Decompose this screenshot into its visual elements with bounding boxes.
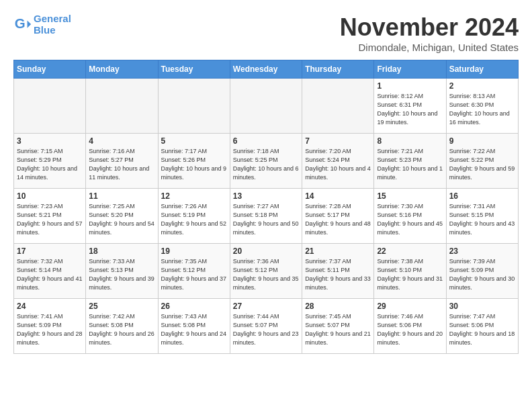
calendar-cell: 30Sunrise: 7:47 AMSunset: 5:06 PMDayligh… — [446, 299, 518, 354]
calendar-cell: 15Sunrise: 7:30 AMSunset: 5:16 PMDayligh… — [374, 189, 446, 244]
day-number: 12 — [161, 191, 227, 201]
calendar-cell: 24Sunrise: 7:41 AMSunset: 5:09 PMDayligh… — [14, 299, 86, 354]
calendar-cell: 22Sunrise: 7:38 AMSunset: 5:10 PMDayligh… — [374, 244, 446, 299]
day-info: Sunrise: 7:20 AMSunset: 5:24 PMDaylight:… — [305, 147, 371, 182]
day-info: Sunrise: 7:43 AMSunset: 5:08 PMDaylight:… — [161, 312, 227, 347]
day-info: Sunrise: 7:38 AMSunset: 5:10 PMDaylight:… — [377, 257, 443, 292]
calendar-cell: 5Sunrise: 7:17 AMSunset: 5:26 PMDaylight… — [158, 134, 230, 189]
weekday-header-monday: Monday — [86, 60, 158, 79]
day-number: 21 — [305, 246, 371, 256]
weekday-header-row: SundayMondayTuesdayWednesdayThursdayFrid… — [14, 60, 519, 79]
day-info: Sunrise: 8:12 AMSunset: 6:31 PMDaylight:… — [377, 92, 443, 127]
day-info: Sunrise: 7:35 AMSunset: 5:12 PMDaylight:… — [161, 257, 227, 292]
day-number: 26 — [161, 302, 227, 311]
calendar-cell: 6Sunrise: 7:18 AMSunset: 5:25 PMDaylight… — [230, 134, 302, 189]
day-info: Sunrise: 7:30 AMSunset: 5:16 PMDaylight:… — [377, 202, 443, 237]
title-block: November 2024 Dimondale, Michigan, Unite… — [340, 13, 519, 53]
weekday-header-saturday: Saturday — [446, 60, 518, 79]
week-row-5: 24Sunrise: 7:41 AMSunset: 5:09 PMDayligh… — [14, 299, 519, 354]
day-info: Sunrise: 7:42 AMSunset: 5:08 PMDaylight:… — [89, 312, 154, 347]
svg-text:G: G — [15, 15, 26, 31]
calendar-cell: 13Sunrise: 7:27 AMSunset: 5:18 PMDayligh… — [230, 189, 302, 244]
logo-line2: Blue — [34, 25, 71, 36]
logo-text: General Blue — [34, 13, 71, 36]
calendar-cell: 27Sunrise: 7:44 AMSunset: 5:07 PMDayligh… — [230, 299, 302, 354]
calendar-cell: 12Sunrise: 7:26 AMSunset: 5:19 PMDayligh… — [158, 189, 230, 244]
logo: G General Blue — [13, 13, 71, 36]
day-info: Sunrise: 7:27 AMSunset: 5:18 PMDaylight:… — [233, 202, 299, 237]
day-info: Sunrise: 7:37 AMSunset: 5:11 PMDaylight:… — [305, 257, 371, 292]
day-info: Sunrise: 7:23 AMSunset: 5:21 PMDaylight:… — [17, 202, 83, 237]
weekday-header-thursday: Thursday — [302, 60, 374, 79]
calendar-cell: 14Sunrise: 7:28 AMSunset: 5:17 PMDayligh… — [302, 189, 374, 244]
day-number: 28 — [305, 302, 371, 311]
day-info: Sunrise: 7:46 AMSunset: 5:06 PMDaylight:… — [377, 312, 443, 347]
day-number: 14 — [305, 191, 371, 201]
calendar-cell: 16Sunrise: 7:31 AMSunset: 5:15 PMDayligh… — [446, 189, 518, 244]
day-info: Sunrise: 7:16 AMSunset: 5:27 PMDaylight:… — [89, 147, 154, 182]
day-info: Sunrise: 7:36 AMSunset: 5:12 PMDaylight:… — [233, 257, 299, 292]
day-number: 29 — [377, 302, 443, 311]
day-number: 23 — [449, 246, 515, 256]
calendar-cell: 1Sunrise: 8:12 AMSunset: 6:31 PMDaylight… — [374, 79, 446, 134]
day-number: 8 — [377, 136, 443, 146]
day-number: 6 — [233, 136, 299, 146]
day-info: Sunrise: 7:44 AMSunset: 5:07 PMDaylight:… — [233, 312, 299, 347]
weekday-header-friday: Friday — [374, 60, 446, 79]
day-number: 11 — [89, 191, 154, 201]
day-info: Sunrise: 7:33 AMSunset: 5:13 PMDaylight:… — [89, 257, 154, 292]
weekday-header-wednesday: Wednesday — [230, 60, 302, 79]
day-number: 30 — [449, 302, 515, 311]
day-info: Sunrise: 7:26 AMSunset: 5:19 PMDaylight:… — [161, 202, 227, 237]
header: G General Blue November 2024 Dimondale, … — [13, 13, 519, 53]
day-info: Sunrise: 7:25 AMSunset: 5:20 PMDaylight:… — [89, 202, 154, 237]
calendar-cell: 9Sunrise: 7:22 AMSunset: 5:22 PMDaylight… — [446, 134, 518, 189]
calendar-cell: 23Sunrise: 7:39 AMSunset: 5:09 PMDayligh… — [446, 244, 518, 299]
calendar-cell: 29Sunrise: 7:46 AMSunset: 5:06 PMDayligh… — [374, 299, 446, 354]
calendar-cell — [14, 79, 86, 134]
day-info: Sunrise: 7:15 AMSunset: 5:29 PMDaylight:… — [17, 147, 83, 182]
day-number: 24 — [17, 302, 83, 311]
day-number: 17 — [17, 246, 83, 256]
day-info: Sunrise: 7:18 AMSunset: 5:25 PMDaylight:… — [233, 147, 299, 182]
calendar-cell: 26Sunrise: 7:43 AMSunset: 5:08 PMDayligh… — [158, 299, 230, 354]
day-number: 20 — [233, 246, 299, 256]
calendar-cell: 3Sunrise: 7:15 AMSunset: 5:29 PMDaylight… — [14, 134, 86, 189]
day-number: 4 — [89, 136, 154, 146]
calendar-cell — [230, 79, 302, 134]
day-number: 3 — [17, 136, 83, 146]
day-number: 19 — [161, 246, 227, 256]
weekday-header-tuesday: Tuesday — [158, 60, 230, 79]
day-info: Sunrise: 7:45 AMSunset: 5:07 PMDaylight:… — [305, 312, 371, 347]
day-info: Sunrise: 7:39 AMSunset: 5:09 PMDaylight:… — [449, 257, 515, 292]
calendar-cell: 2Sunrise: 8:13 AMSunset: 6:30 PMDaylight… — [446, 79, 518, 134]
month-title: November 2024 — [340, 13, 519, 42]
day-info: Sunrise: 7:28 AMSunset: 5:17 PMDaylight:… — [305, 202, 371, 237]
svg-marker-1 — [28, 20, 32, 28]
day-number: 18 — [89, 246, 154, 256]
logo-icon: G — [13, 15, 32, 34]
calendar-cell: 11Sunrise: 7:25 AMSunset: 5:20 PMDayligh… — [86, 189, 158, 244]
day-number: 25 — [89, 302, 154, 311]
day-number: 9 — [449, 136, 515, 146]
calendar-cell — [302, 79, 374, 134]
week-row-2: 3Sunrise: 7:15 AMSunset: 5:29 PMDaylight… — [14, 134, 519, 189]
day-number: 27 — [233, 302, 299, 311]
day-number: 5 — [161, 136, 227, 146]
calendar-cell: 19Sunrise: 7:35 AMSunset: 5:12 PMDayligh… — [158, 244, 230, 299]
day-number: 16 — [449, 191, 515, 201]
calendar-cell: 8Sunrise: 7:21 AMSunset: 5:23 PMDaylight… — [374, 134, 446, 189]
day-info: Sunrise: 7:41 AMSunset: 5:09 PMDaylight:… — [17, 312, 83, 347]
day-number: 7 — [305, 136, 371, 146]
calendar-page: G General Blue November 2024 Dimondale, … — [0, 0, 532, 361]
calendar-cell: 17Sunrise: 7:32 AMSunset: 5:14 PMDayligh… — [14, 244, 86, 299]
logo-line1: General — [34, 13, 71, 24]
day-info: Sunrise: 7:21 AMSunset: 5:23 PMDaylight:… — [377, 147, 443, 182]
day-number: 13 — [233, 191, 299, 201]
day-number: 1 — [377, 81, 443, 91]
day-number: 10 — [17, 191, 83, 201]
location: Dimondale, Michigan, United States — [340, 42, 519, 53]
day-info: Sunrise: 7:22 AMSunset: 5:22 PMDaylight:… — [449, 147, 515, 182]
day-number: 15 — [377, 191, 443, 201]
calendar-cell: 25Sunrise: 7:42 AMSunset: 5:08 PMDayligh… — [86, 299, 158, 354]
